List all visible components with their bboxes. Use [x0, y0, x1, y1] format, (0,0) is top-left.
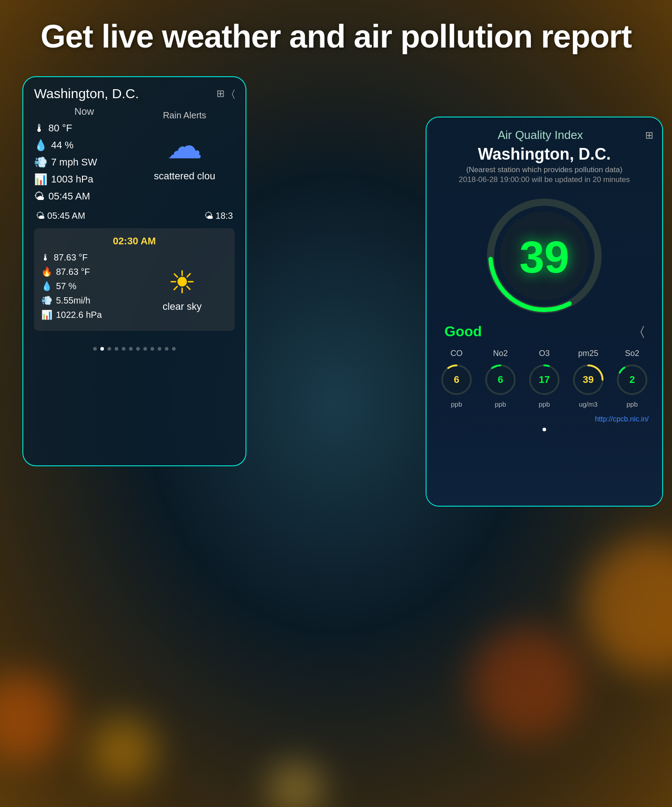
pollutant-gauge-pm25: 39 — [570, 362, 606, 398]
forecast-wind-icon: 💨 — [41, 295, 52, 306]
sunset-time: 🌤 18:3 — [204, 211, 233, 221]
bokeh-4 — [470, 628, 582, 740]
aqi-footer-link[interactable]: http://cpcb.nic.in/ — [595, 415, 649, 423]
weather-dot-5 — [129, 347, 133, 351]
weather-dot-8 — [151, 347, 154, 351]
wind: 7 mph SW — [51, 156, 97, 168]
condition-text: scattered clou — [154, 170, 215, 182]
pressure: 1003 hPa — [51, 174, 93, 185]
forecast-section: 02:30 AM 🌡 87.63 °F 🔥 87.63 °F 💧 57 % — [34, 228, 235, 331]
forecast-wind: 5.55mi/h — [56, 295, 90, 306]
pollutant-unit-pm25: ug/m3 — [579, 400, 598, 408]
pollutant-name-o3: O3 — [539, 349, 550, 358]
pollutant-col-no2: No2 6 ppb — [479, 349, 521, 408]
weather-dot-7 — [143, 347, 147, 351]
pollutant-value-so2: 2 — [629, 374, 635, 386]
pollutants-grid: CO 6 ppb No2 6 ppb O — [435, 349, 653, 408]
now-label: Now — [34, 106, 134, 117]
aqi-share-icon[interactable]: 〈 — [640, 324, 644, 339]
aqi-page-dots — [435, 428, 653, 431]
temp-icon: 🌡 — [34, 122, 45, 134]
pollutant-unit-o3: ppb — [538, 400, 550, 408]
bokeh-2 — [582, 538, 672, 672]
pollutant-value-o3: 17 — [539, 374, 550, 386]
temperature: 80 °F — [48, 122, 72, 134]
aqi-dot-active — [543, 428, 546, 431]
clear-sky-icon: ☀ — [168, 264, 196, 301]
weather-page-dots — [23, 340, 246, 354]
sunrise-time: 🌤 05:45 AM — [36, 211, 85, 221]
weather-dot-9 — [158, 347, 161, 351]
pollutant-col-co: CO 6 ppb — [435, 349, 478, 408]
weather-dot-1 — [100, 347, 104, 351]
forecast-time: 02:30 AM — [41, 235, 228, 247]
aqi-datetime: 2018-06-28 19:00:00 will be updated in 2… — [435, 175, 653, 184]
aqi-card: Air Quality Index ⊞ Washington, D.C. (Ne… — [426, 117, 663, 507]
aqi-status-row: Good 〈 — [435, 323, 653, 340]
pollutant-value-pm25: 39 — [583, 374, 594, 386]
weather-dot-3 — [115, 347, 118, 351]
pollutant-gauge-so2: 2 — [614, 362, 650, 398]
humidity: 44 % — [51, 139, 73, 151]
aqi-grid-icon[interactable]: ⊞ — [645, 130, 653, 141]
pollutant-name-no2: No2 — [493, 349, 508, 358]
sun-icon: 🌤 — [34, 190, 45, 203]
weather-dot-6 — [136, 347, 140, 351]
pollutant-unit-no2: ppb — [495, 400, 506, 408]
weather-dot-10 — [165, 347, 168, 351]
pollutant-col-pm25: pm25 39 ug/m3 — [567, 349, 609, 408]
bokeh-5 — [269, 762, 323, 807]
pollutant-value-no2: 6 — [498, 374, 503, 386]
weather-dot-4 — [122, 347, 125, 351]
wind-icon: 💨 — [34, 156, 47, 169]
forecast-pressure: 1022.6 hPa — [56, 310, 102, 320]
header: Get live weather and air pollution repor… — [0, 18, 672, 55]
aqi-value: 39 — [519, 231, 569, 283]
weather-dot-2 — [108, 347, 111, 351]
aqi-city: Washington, D.C. — [435, 145, 653, 164]
aqi-title: Air Quality Index — [435, 128, 645, 142]
weather-card: Washington, D.C. ⊞ 〈 Now 🌡 80 °F 💧 44 % … — [22, 76, 246, 466]
forecast-temp-low: 87.63 °F — [56, 267, 90, 277]
pollutant-gauge-no2: 6 — [482, 362, 518, 398]
forecast-temp-high-icon: 🌡 — [41, 252, 50, 263]
pollutant-value-co: 6 — [454, 374, 459, 386]
pollutant-unit-co: ppb — [451, 400, 462, 408]
pollutant-unit-so2: ppb — [626, 400, 638, 408]
weather-city: Washington, D.C. — [34, 86, 139, 101]
pressure-icon: 📊 — [34, 173, 47, 186]
aqi-gauge: 39 — [435, 193, 653, 319]
pollutant-name-so2: So2 — [625, 349, 639, 358]
grid-icon[interactable]: ⊞ — [216, 88, 224, 100]
forecast-humidity-icon: 💧 — [41, 281, 52, 291]
humidity-icon: 💧 — [34, 139, 47, 152]
pollutant-gauge-o3: 17 — [526, 362, 562, 398]
pollutant-name-pm25: pm25 — [578, 349, 598, 358]
aqi-status: Good — [444, 323, 482, 340]
forecast-temp-high: 87.63 °F — [54, 252, 88, 263]
forecast-humidity: 57 % — [56, 281, 77, 291]
sunrise: 05:45 AM — [48, 191, 90, 202]
weather-dot-0 — [93, 347, 97, 351]
rain-alerts-label: Rain Alerts — [163, 110, 207, 121]
share-icon-weather[interactable]: 〈 — [232, 88, 235, 100]
pollutant-gauge-co: 6 — [439, 362, 474, 398]
clear-sky-text: clear sky — [163, 301, 202, 312]
bokeh-1 — [0, 672, 67, 762]
pollutant-name-co: CO — [451, 349, 463, 358]
bokeh-3 — [90, 717, 157, 785]
aqi-subtitle: (Nearest station which provides pollutio… — [435, 165, 653, 174]
pollutant-col-o3: O3 17 ppb — [523, 349, 565, 408]
weather-dot-11 — [172, 347, 176, 351]
forecast-pressure-icon: 📊 — [41, 309, 52, 320]
forecast-temp-low-icon: 🔥 — [41, 266, 52, 277]
cloud-icon: ☁ — [167, 125, 202, 167]
aqi-footer: http://cpcb.nic.in/ — [435, 415, 653, 423]
pollutant-col-so2: So2 2 ppb — [611, 349, 653, 408]
header-title: Get live weather and air pollution repor… — [0, 18, 672, 55]
